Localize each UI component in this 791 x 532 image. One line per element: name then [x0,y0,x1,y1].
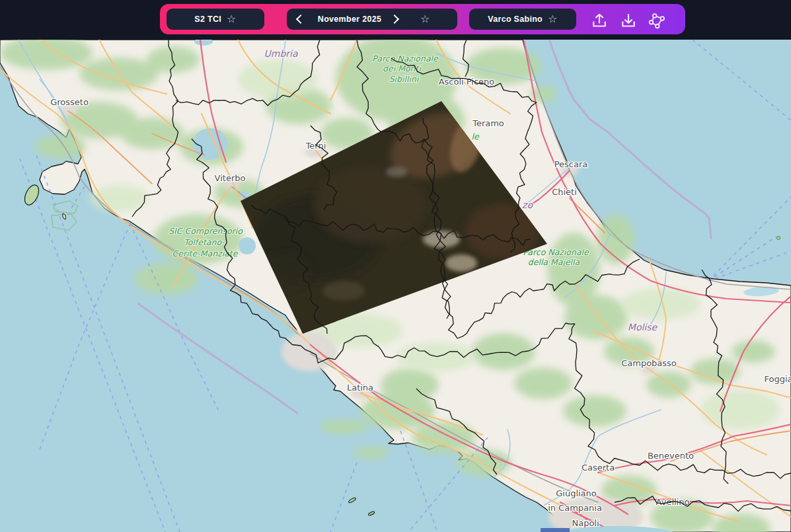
map-label-chieti: Chieti [552,187,577,197]
date-favorite-star-icon[interactable]: ☆ [420,14,430,24]
map-label-benevento: Benevento [648,451,694,461]
upload-icon[interactable] [589,11,609,31]
map-label-latina: Latina [347,383,373,393]
main-toolbar: S2 TCI ☆ November 2025 ☆ Varco Sabino ☆ [160,4,685,34]
download-icon[interactable] [619,11,638,31]
map-svg: GrossetoViterboTerniAscoli PicenoTeramoP… [0,40,791,532]
map-label-cerite-manziate: Cerite-Manziate [172,248,239,258]
date-navigator: November 2025 ☆ [287,9,457,30]
map-canvas[interactable]: GrossetoViterboTerniAscoli PicenoTeramoP… [0,40,791,532]
map-label-umbria: Umbria [264,48,298,59]
map-label-le: le [471,132,479,141]
layer-favorite-star-icon[interactable]: ☆ [227,14,237,24]
map-label-zo: zo [522,200,533,210]
map-label-in-campania: in Campania [548,503,602,513]
top-bar: S2 TCI ☆ November 2025 ☆ Varco Sabino ☆ [0,0,791,40]
map-label-caserta: Caserta [582,463,615,473]
map-label-napoli: Napoli [572,518,599,528]
aoi-button-label: Varco Sabino [488,15,543,24]
map-label-sibillini: Sibillini [389,74,420,84]
date-label[interactable]: November 2025 [308,15,391,24]
chevron-left-icon[interactable] [296,15,305,24]
map-label-pescara: Pescara [554,159,588,169]
map-label-foggia: Foggia [764,374,791,384]
aoi-button[interactable]: Varco Sabino ☆ [469,9,576,30]
map-label-giugliano: Giugliano [556,488,597,498]
map-label-tolfetano: Tolfetano- [184,237,225,247]
map-label-molise: Molise [628,322,658,332]
map-label-parco-nazionale: Parco Nazionale [372,54,439,63]
layer-button[interactable]: S2 TCI ☆ [167,9,264,30]
layer-button-label: S2 TCI [194,15,221,24]
polygon-icon[interactable] [646,11,666,31]
map-label-teramo: Teramo [472,118,504,128]
map-label-viterbo: Viterbo [215,173,246,183]
map-label-grosseto: Grosseto [50,97,89,107]
map-label-campobasso: Campobasso [621,358,677,368]
map-label-sic-comprensorio: SIC Comprensorio [169,226,243,236]
chevron-right-icon[interactable] [390,15,399,24]
map-label-della-majella: della Majella [528,257,580,267]
aoi-favorite-star-icon[interactable]: ☆ [548,14,558,24]
